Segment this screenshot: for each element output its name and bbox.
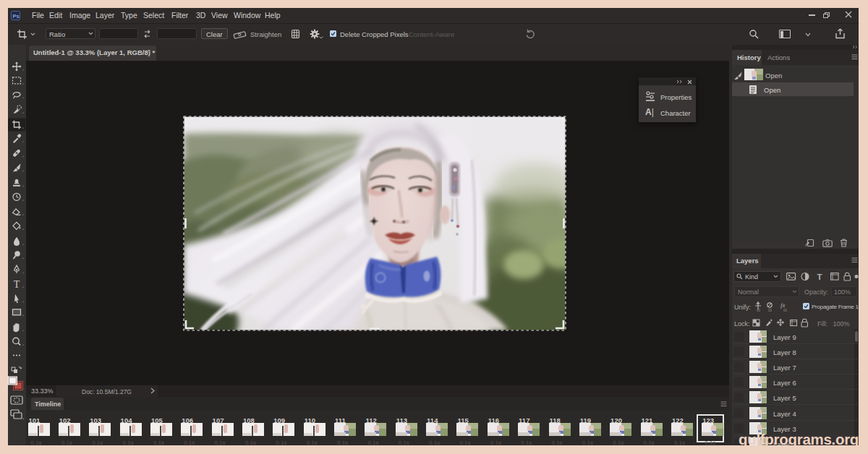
- svg-text:00: 00: [768, 309, 773, 312]
- svg-text:00: 00: [783, 309, 788, 312]
- svg-text:T: T: [817, 273, 822, 281]
- svg-text:fx: fx: [780, 301, 786, 309]
- svg-text:T: T: [14, 279, 20, 290]
- svg-text:00: 00: [757, 309, 761, 312]
